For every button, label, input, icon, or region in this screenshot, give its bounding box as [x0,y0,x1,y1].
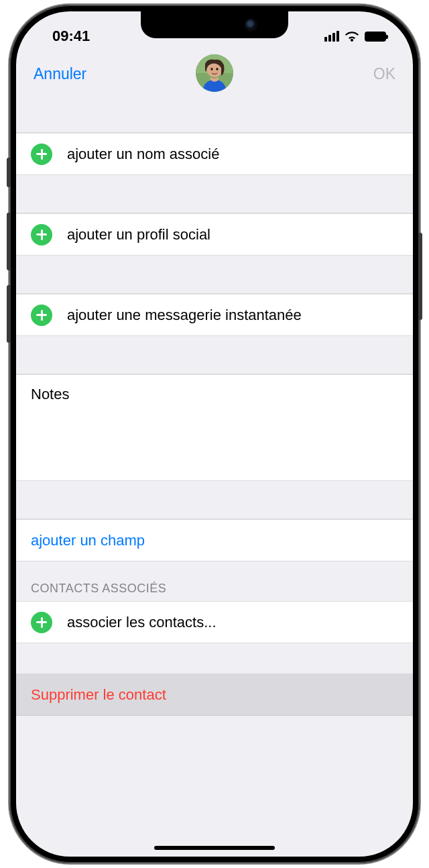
cancel-button[interactable]: Annuler [34,65,86,83]
row-label: ajouter un profil social [67,226,398,243]
contact-avatar[interactable] [196,54,233,92]
cellular-icon [324,31,339,42]
section-gap [16,643,413,673]
add-icon [31,612,52,633]
wifi-icon [345,31,359,42]
delete-contact-row[interactable]: Supprimer le contact [16,673,413,715]
svg-point-3 [210,68,212,70]
nav-bar: Annuler OK [16,49,413,104]
volume-up-button [7,213,11,270]
add-field-row[interactable]: ajouter un champ [16,519,413,561]
content-scroll[interactable]: ajouter un nom associé ajouter un profil… [16,104,413,857]
status-time: 09:41 [52,28,90,45]
row-label: associer les contacts... [67,614,398,631]
row-label: Supprimer le contact [31,686,398,704]
notes-field[interactable]: Notes [16,374,413,480]
section-gap [16,335,413,374]
add-social-profile-row[interactable]: ajouter un profil social [16,213,413,255]
add-icon [31,305,52,326]
section-header-wrap: CONTACTS ASSOCIÉS [16,561,413,601]
notch [141,11,288,38]
row-label: ajouter un nom associé [67,146,398,163]
ok-button[interactable]: OK [373,65,395,83]
bottom-gap [16,715,413,769]
status-right [324,31,386,42]
link-contacts-row[interactable]: associer les contacts... [16,601,413,643]
power-button [418,233,422,320]
battery-icon [365,32,386,42]
add-related-name-row[interactable]: ajouter un nom associé [16,133,413,174]
section-gap [16,255,413,294]
notes-label: Notes [31,386,69,403]
svg-point-4 [216,68,218,70]
add-icon [31,144,52,165]
add-instant-message-row[interactable]: ajouter une messagerie instantanée [16,294,413,335]
home-indicator[interactable] [154,846,275,850]
iphone-device-frame: 09:41 Annuler [9,5,420,863]
front-camera [245,19,256,30]
section-gap [16,480,413,519]
volume-down-button [7,285,11,343]
mute-switch [7,158,11,187]
add-icon [31,224,52,246]
row-label: ajouter une messagerie instantanée [67,307,398,324]
row-label: ajouter un champ [31,532,398,549]
section-gap [16,174,413,213]
linked-contacts-header: CONTACTS ASSOCIÉS [16,582,181,601]
section-gap [16,104,413,133]
screen: 09:41 Annuler [16,11,413,857]
